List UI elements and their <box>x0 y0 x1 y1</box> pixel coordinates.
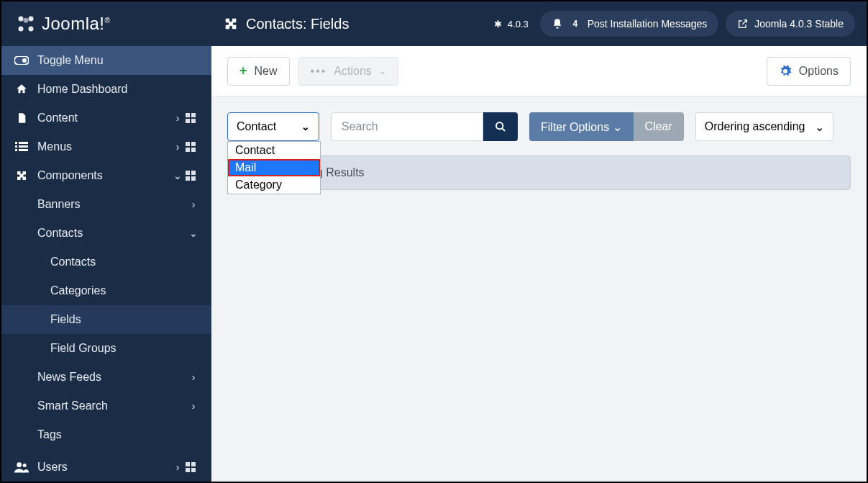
svg-rect-21 <box>191 171 196 175</box>
main-content: Contacts: Fields ✱ 4.0.3 4 Post Installa… <box>211 1 867 482</box>
clear-label: Clear <box>645 120 672 132</box>
svg-rect-18 <box>186 148 190 152</box>
chevron-right-icon: › <box>186 400 201 412</box>
users-icon <box>14 461 29 473</box>
toggle-menu-button[interactable]: Toggle Menu <box>1 46 211 75</box>
svg-point-30 <box>496 122 503 129</box>
sidebar-item-contacts-parent[interactable]: Contacts ⌄ <box>1 219 211 248</box>
svg-point-24 <box>17 462 22 467</box>
filter-row: Contact ⌄ Contact Mail Category <box>211 96 867 141</box>
ordering-select[interactable]: Ordering ascending ⌄ <box>695 112 833 141</box>
sidebar-item-smart-search[interactable]: Smart Search › <box>1 392 211 420</box>
chevron-down-icon: ⌄ <box>186 227 201 239</box>
page-title: Contacts: Fields <box>223 16 483 32</box>
ordering-select-value: Ordering ascending <box>705 120 805 133</box>
post-install-label: Post Installation Messages <box>588 18 708 30</box>
actions-button[interactable]: ••• Actions ⌄ <box>298 57 398 86</box>
sidebar-item-tags[interactable]: Tags <box>1 420 211 449</box>
svg-rect-23 <box>191 176 196 181</box>
filter-options-button[interactable]: Filter Options ⌄ <box>529 112 634 141</box>
sidebar-item-label: Content <box>37 112 78 125</box>
svg-rect-20 <box>186 171 190 175</box>
sidebar-item-news-feeds[interactable]: News Feeds › <box>1 363 211 392</box>
grid-icon[interactable] <box>186 113 201 123</box>
sidebar-item-field-groups[interactable]: Field Groups <box>1 334 211 363</box>
sidebar-item-contacts[interactable]: Contacts <box>1 248 211 276</box>
search-group <box>331 112 518 141</box>
sidebar-item-menus[interactable]: Menus › <box>1 132 211 161</box>
svg-rect-22 <box>186 176 190 181</box>
stable-label: Joomla 4.0.3 Stable <box>754 18 844 30</box>
options-button-label: Options <box>799 65 839 78</box>
sidebar-item-label: Contacts <box>37 227 83 240</box>
chevron-down-icon: ⌄ <box>301 121 310 132</box>
context-select-wrap: Contact ⌄ Contact Mail Category <box>227 112 319 141</box>
sidebar-item-banners[interactable]: Banners › <box>1 190 211 219</box>
sidebar: Joomla!® Toggle Menu Home Dashboard Cont… <box>1 1 211 482</box>
sidebar-item-components[interactable]: Components ⌄ <box>1 161 211 190</box>
post-install-messages-button[interactable]: 4 Post Installation Messages <box>540 11 719 37</box>
brand[interactable]: Joomla!® <box>1 1 211 46</box>
sidebar-item-home[interactable]: Home Dashboard <box>1 75 211 104</box>
svg-rect-11 <box>19 142 28 144</box>
sidebar-item-label: Home Dashboard <box>37 83 127 96</box>
sidebar-item-label: Banners <box>37 198 81 211</box>
search-button[interactable] <box>483 112 518 141</box>
sidebar-item-label: Contacts <box>50 256 96 268</box>
page-title-text: Contacts: Fields <box>246 16 349 32</box>
svg-point-25 <box>23 464 27 467</box>
puzzle-icon <box>223 16 239 32</box>
svg-rect-15 <box>19 149 28 151</box>
chevron-right-icon: › <box>170 141 186 153</box>
results-message: No Matching Results <box>227 155 851 190</box>
svg-point-2 <box>19 27 24 32</box>
filter-group: Filter Options ⌄ Clear <box>529 112 684 141</box>
search-input[interactable] <box>331 112 483 141</box>
svg-rect-6 <box>186 113 190 117</box>
chevron-right-icon: › <box>186 199 201 210</box>
grid-icon[interactable] <box>186 171 201 181</box>
file-icon <box>14 112 29 125</box>
context-select-value: Contact <box>237 120 276 133</box>
svg-point-3 <box>29 27 34 32</box>
external-link-icon <box>737 18 749 30</box>
joomla-mini-icon: ✱ <box>494 19 502 30</box>
svg-rect-29 <box>191 468 196 472</box>
sidebar-item-label: Smart Search <box>37 400 108 412</box>
context-select[interactable]: Contact ⌄ <box>227 112 319 141</box>
filter-options-label: Filter Options <box>541 121 609 133</box>
toolbar: + New ••• Actions ⌄ Options <box>211 46 867 96</box>
new-button-label: New <box>255 65 278 78</box>
svg-rect-16 <box>186 142 190 146</box>
options-button[interactable]: Options <box>767 57 851 86</box>
version-indicator[interactable]: ✱ 4.0.3 <box>490 13 533 35</box>
sidebar-item-content[interactable]: Content › <box>1 104 211 132</box>
clear-button[interactable]: Clear <box>634 112 684 141</box>
sidebar-item-fields[interactable]: Fields <box>1 305 211 334</box>
sidebar-item-categories[interactable]: Categories <box>1 276 211 305</box>
joomla-logo-icon <box>16 14 36 34</box>
context-option-category[interactable]: Category <box>228 176 320 194</box>
brand-name: Joomla!® <box>42 14 110 34</box>
svg-point-0 <box>19 17 24 22</box>
sidebar-item-label: News Feeds <box>37 371 101 384</box>
grid-icon[interactable] <box>186 462 201 472</box>
notification-count: 4 <box>569 17 582 30</box>
chevron-down-icon: ⌄ <box>170 170 186 181</box>
context-option-mail[interactable]: Mail <box>228 159 320 176</box>
toggle-icon <box>14 56 29 65</box>
new-button[interactable]: + New <box>227 57 290 86</box>
sidebar-item-users[interactable]: Users › <box>1 453 211 482</box>
svg-point-5 <box>22 58 27 63</box>
list-icon <box>14 142 29 152</box>
toggle-menu-label: Toggle Menu <box>37 54 104 67</box>
context-option-contact[interactable]: Contact <box>228 142 320 159</box>
chevron-down-icon: ⌄ <box>379 66 386 76</box>
svg-rect-26 <box>186 462 190 466</box>
chevron-right-icon: › <box>186 371 201 383</box>
bell-icon <box>552 18 563 30</box>
grid-icon[interactable] <box>186 142 201 152</box>
joomla-stable-button[interactable]: Joomla 4.0.3 Stable <box>726 11 855 37</box>
sidebar-item-label: Categories <box>50 284 106 297</box>
svg-rect-28 <box>186 468 190 472</box>
